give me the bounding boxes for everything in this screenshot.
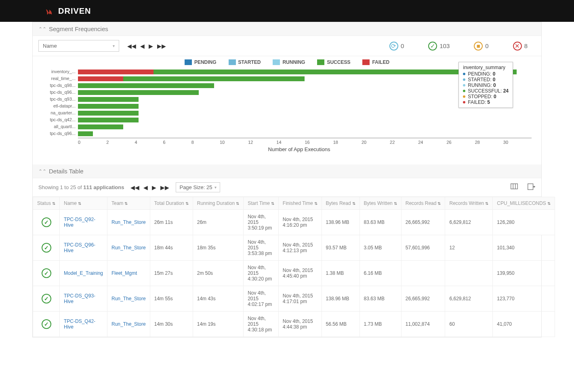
success-check-icon: ✓: [42, 294, 51, 303]
status-cell: ✓: [33, 286, 60, 312]
segment-frequencies-header[interactable]: ⌃⌃ Segment Frequencies: [33, 22, 541, 36]
start-time-cell: Nov 4th, 2015 4:30:20 pm: [244, 261, 279, 286]
details-table-header[interactable]: ⌃⌃ Details Table: [33, 164, 541, 178]
cpu-ms-cell: 101,340: [493, 235, 555, 261]
bar-row[interactable]: [78, 116, 532, 123]
x-tick: 2: [106, 138, 135, 145]
team-link[interactable]: Run_The_Store: [107, 286, 150, 312]
brand-text: DRIVEN: [58, 6, 91, 16]
col-header[interactable]: Records Written⇅: [445, 197, 493, 210]
section-title: Details Table: [49, 168, 84, 175]
table-header-row: Status⇅Name⇅Team⇅Total Duration⇅Running …: [33, 197, 555, 210]
last-page-button[interactable]: ▶▶: [157, 43, 166, 49]
sort-icon: ⇅: [271, 201, 274, 206]
first-page-button[interactable]: ◀◀: [130, 184, 139, 191]
col-header[interactable]: Bytes Written⇅: [360, 197, 401, 210]
col-header[interactable]: Bytes Read⇅: [322, 197, 360, 210]
col-header[interactable]: Records Read⇅: [401, 197, 445, 210]
bar-row[interactable]: [78, 130, 532, 137]
legend-pending[interactable]: PENDING: [185, 59, 217, 65]
y-label: all_quartl...: [42, 123, 78, 130]
name-filter-select[interactable]: Name ▾: [38, 40, 119, 52]
start-time-cell: Nov 4th, 2015 3:50:19 pm: [244, 210, 279, 235]
x-tick: 18: [333, 138, 362, 145]
total-duration-cell: 26m 11s: [150, 210, 193, 235]
x-axis: 024681012141618202224262830: [78, 138, 532, 145]
export-button[interactable]: [527, 182, 536, 192]
section-title: Segment Frequencies: [49, 25, 108, 32]
table-row: ✓TPC-DS_Q93-HiveRun_The_Store14m 55s14m …: [33, 286, 555, 312]
chevron-down-icon: ▾: [214, 185, 217, 190]
running-duration-cell: 2m 50s: [193, 261, 243, 286]
col-header[interactable]: Team⇅: [107, 197, 150, 210]
legend-running[interactable]: RUNNING: [273, 59, 305, 65]
name-link[interactable]: TPC-DS_Q93-Hive: [60, 286, 107, 312]
finish-time-cell: Nov 4th, 2015 4:16:20 pm: [278, 210, 322, 235]
team-link[interactable]: Fleet_Mgmt: [107, 261, 150, 286]
name-link[interactable]: TPC-DS_Q92-Hive: [60, 210, 107, 235]
col-header[interactable]: Start Time⇅: [244, 197, 279, 210]
y-label: tpc-ds_q96...: [42, 130, 78, 137]
chart-pager: ◀◀ ◀ ▶ ▶▶: [127, 43, 166, 49]
col-header[interactable]: Status⇅: [33, 197, 60, 210]
running-duration-cell: 14m 19s: [193, 312, 243, 337]
bytes-written-cell: 1.73 MB: [360, 312, 401, 337]
chart-tooltip: inventory_summary PENDING: 0STARTED: 0RU…: [458, 62, 513, 108]
bytes-read-cell: 1.38 MB: [322, 261, 360, 286]
y-label: inventory_...: [42, 68, 78, 75]
records-written-cell: 6,629,812: [445, 286, 493, 312]
name-link[interactable]: TPC-DS_Q42-Hive: [60, 312, 107, 337]
bar-row[interactable]: [78, 123, 532, 130]
details-toolbar: Showing 1 to 25 of 111 applications ◀◀ ◀…: [33, 178, 541, 197]
col-header[interactable]: Finished Time⇅: [278, 197, 322, 210]
bar-row[interactable]: [78, 110, 532, 116]
bytes-written-cell: 3.05 MB: [360, 235, 401, 261]
bytes-read-cell: 93.57 MB: [322, 235, 360, 261]
total-duration-cell: 15m 27s: [150, 261, 193, 286]
y-axis-labels: inventory_...real_time_...tpc-ds_q98...t…: [42, 68, 78, 137]
x-tick: 8: [191, 138, 220, 145]
team-link[interactable]: Run_The_Store: [107, 312, 150, 337]
prev-page-button[interactable]: ◀: [140, 43, 145, 49]
x-tick: 22: [390, 138, 418, 145]
team-link[interactable]: Run_The_Store: [107, 235, 150, 261]
x-tick: 16: [305, 138, 333, 145]
col-header[interactable]: Running Duration⇅: [193, 197, 243, 210]
svg-rect-0: [511, 184, 518, 189]
table-body: ✓TPC-DS_Q92-HiveRun_The_Store26m 11s26mN…: [33, 210, 555, 337]
legend-failed[interactable]: FAILED: [362, 59, 389, 65]
status-cell: ✓: [33, 235, 60, 261]
success-check-icon: ✓: [42, 217, 51, 227]
total-duration-cell: 18m 44s: [150, 235, 193, 261]
col-header[interactable]: CPU_MILLISECONDS⇅: [493, 197, 555, 210]
table-row: ✓TPC-DS_Q42-HiveRun_The_Store14m 30s14m …: [33, 312, 555, 337]
x-tick: 12: [248, 138, 276, 145]
success-check-icon: ✓: [42, 243, 51, 253]
cpu-ms-cell: 126,280: [493, 210, 555, 235]
next-page-button[interactable]: ▶: [152, 184, 156, 191]
records-written-cell: [445, 261, 493, 286]
x-tick: 14: [276, 138, 305, 145]
bytes-read-cell: 138.96 MB: [322, 210, 360, 235]
team-link[interactable]: Run_The_Store: [107, 210, 150, 235]
legend-success[interactable]: SUCCESS: [317, 59, 350, 65]
finish-time-cell: Nov 4th, 2015 4:12:13 pm: [278, 235, 322, 261]
x-tick: 20: [362, 138, 390, 145]
first-page-button[interactable]: ◀◀: [127, 43, 136, 49]
sort-icon: ⇅: [352, 201, 355, 206]
prev-page-button[interactable]: ◀: [143, 184, 148, 191]
col-header[interactable]: Name⇅: [60, 197, 107, 210]
last-page-button[interactable]: ▶▶: [160, 184, 169, 191]
sort-icon: ⇅: [314, 201, 317, 206]
name-link[interactable]: TPC-DS_Q96-Hive: [60, 235, 107, 261]
y-label: tpc-ds_q98...: [42, 82, 78, 89]
columns-button[interactable]: [510, 182, 519, 192]
page-size-select[interactable]: Page Size: 25 ▾: [176, 182, 220, 192]
legend-started[interactable]: STARTED: [229, 59, 261, 65]
sort-icon: ⇅: [485, 201, 488, 206]
records-read-cell: 26,665,992: [401, 210, 445, 235]
next-page-button[interactable]: ▶: [149, 43, 153, 49]
col-header[interactable]: Total Duration⇅: [150, 197, 193, 210]
name-link[interactable]: Model_E_Training: [60, 261, 107, 286]
table-row: ✓TPC-DS_Q96-HiveRun_The_Store18m 44s18m …: [33, 235, 555, 261]
